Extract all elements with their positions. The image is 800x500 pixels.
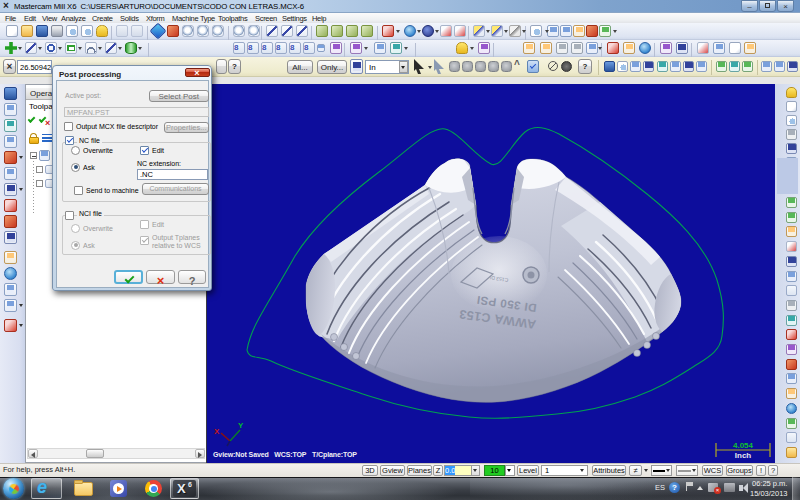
svg-text:X: X [214,427,220,436]
svg-text:4.054: 4.054 [733,441,754,450]
svg-text:Y: Y [238,421,244,430]
svg-text:Inch: Inch [735,451,752,460]
